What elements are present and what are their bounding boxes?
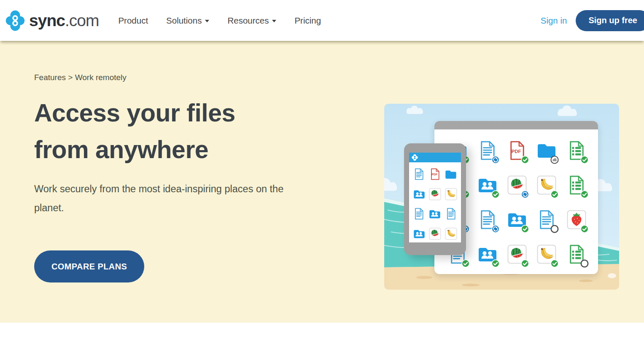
folder-icon: [444, 167, 458, 181]
breadcrumb-current: Work remotely: [75, 73, 127, 82]
document-icon: [412, 167, 426, 181]
hero-content: Features > Work remotely Access your fil…: [34, 73, 302, 282]
svg-text:PDF: PDF: [431, 173, 437, 176]
footer-strip: [0, 323, 644, 347]
nav-item-solutions[interactable]: Solutions: [166, 16, 209, 26]
check-badge: [461, 259, 470, 268]
watermelon-thumbnail: [428, 187, 442, 201]
document-icon: [444, 207, 458, 221]
folder-icon: [536, 138, 558, 163]
top-navbar: sync.com Product Solutions Resources Pri…: [0, 0, 644, 41]
document-icon: [412, 207, 426, 221]
nav-item-resources[interactable]: Resources: [227, 16, 276, 26]
spreadsheet-icon: [566, 242, 587, 267]
shared-folder-icon: [506, 207, 528, 232]
svg-text:PDF: PDF: [512, 149, 521, 154]
main-nav: Product Solutions Resources Pricing: [118, 16, 321, 26]
shared-folder-icon: [477, 172, 498, 198]
breadcrumb: Features > Work remotely: [34, 73, 302, 82]
breadcrumb-separator: >: [68, 73, 75, 82]
phone-app-header: [409, 153, 461, 162]
ring-badge: [580, 259, 589, 268]
shared-folder-icon: [428, 207, 442, 221]
chevron-down-icon: [205, 20, 209, 22]
phone-device: PDF: [404, 143, 466, 255]
breadcrumb-features-link[interactable]: Features: [34, 73, 66, 82]
check-badge: [580, 190, 589, 199]
shared-folder-icon: [477, 242, 498, 267]
ring-badge: [550, 225, 559, 233]
check-badge: [491, 259, 500, 268]
pdf-icon: PDF: [428, 167, 442, 181]
phone-file-grid: PDF: [409, 162, 461, 242]
nav-item-pricing[interactable]: Pricing: [294, 16, 321, 26]
document-icon: [477, 138, 498, 163]
sync-cloud-icon: [412, 154, 418, 161]
sync-badge: [491, 225, 500, 233]
check-badge: [580, 225, 589, 233]
watermelon-thumbnail: [506, 242, 528, 267]
banana-thumbnail: [444, 187, 458, 201]
sign-up-button[interactable]: Sign up free: [576, 10, 644, 31]
page-title: Access your files from anywhere: [34, 95, 279, 169]
phone-screen: PDF: [409, 153, 461, 242]
spreadsheet-icon: [566, 138, 587, 163]
nav-item-product[interactable]: Product: [118, 16, 148, 26]
watermelon-thumbnail: [428, 226, 442, 241]
document-icon: [536, 207, 558, 232]
sync-logo[interactable]: sync.com: [3, 9, 99, 32]
check-badge: [550, 259, 559, 268]
sign-in-link[interactable]: Sign in: [541, 16, 567, 26]
check-badge: [491, 190, 500, 199]
compare-plans-button[interactable]: COMPARE PLANS: [34, 250, 144, 282]
pdf-icon: PDF: [506, 138, 528, 163]
watermelon-thumbnail: [506, 172, 528, 198]
strawberry-thumbnail: [566, 207, 587, 232]
cloud-badge: [550, 156, 559, 164]
banana-thumbnail: [536, 172, 558, 198]
hero-illustration: PDF: [384, 104, 619, 290]
chevron-down-icon: [272, 20, 276, 22]
spreadsheet-icon: [566, 172, 587, 198]
shared-folder-icon: [412, 187, 426, 201]
shared-folder-icon: [412, 226, 426, 241]
sync-cloud-icon: [3, 9, 27, 32]
check-badge: [521, 156, 529, 164]
check-badge: [580, 156, 589, 164]
tablet-top-bar: [434, 121, 598, 129]
hero-section: Features > Work remotely Access your fil…: [0, 41, 644, 323]
check-badge: [521, 259, 529, 268]
check-badge: [550, 190, 559, 199]
check-badge: [521, 225, 529, 233]
hero-description: Work securely from the most idea-inspiri…: [34, 180, 302, 218]
document-icon: [477, 207, 498, 232]
sync-badge: [521, 190, 529, 199]
logo-wordmark: sync.com: [29, 12, 99, 29]
nav-right: Sign in Sign up free: [541, 10, 644, 31]
banana-thumbnail: [536, 242, 558, 267]
sync-badge: [491, 156, 500, 164]
banana-thumbnail: [444, 226, 458, 241]
